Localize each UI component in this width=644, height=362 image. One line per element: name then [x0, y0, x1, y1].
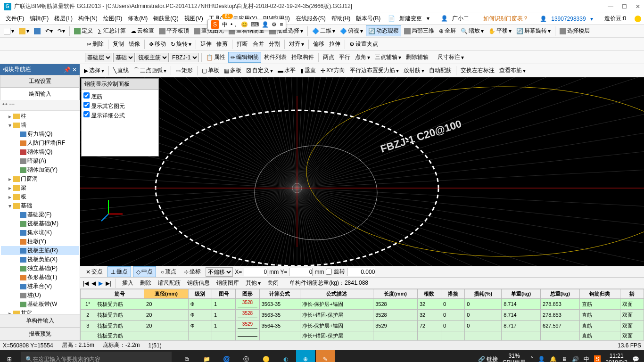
grid-scale-button[interactable]: 缩尺配筋	[156, 278, 182, 288]
mirror-button[interactable]: 镜像	[127, 39, 142, 49]
close-icon[interactable]: ✕	[636, 3, 640, 10]
del-aux-button[interactable]: 删除辅轴	[404, 52, 430, 62]
menu-view[interactable]: 视图(V)	[182, 13, 206, 24]
vert-tool[interactable]: ▮垂直	[298, 66, 318, 75]
tree-item[interactable]: ▸板	[1, 192, 79, 201]
minimize-icon[interactable]: —	[608, 3, 613, 10]
menu-component[interactable]: 构件(N)	[75, 13, 100, 24]
tree-item[interactable]: 独立基础(P)	[1, 264, 79, 273]
menu-version[interactable]: 版本号(B)	[353, 13, 383, 24]
tree-item[interactable]: ▸梁	[1, 183, 79, 192]
tray-person-icon[interactable]: 👤	[538, 356, 545, 362]
tree-item[interactable]: 基础板带(W	[1, 300, 79, 309]
swap-annot-tool[interactable]: 交换左右标注	[459, 66, 496, 75]
move-button[interactable]: ✥移动	[147, 39, 168, 49]
y-input[interactable]	[289, 268, 313, 276]
tray-ime-icon[interactable]: 中	[584, 355, 589, 362]
task-view-icon[interactable]: ⧉	[177, 350, 196, 362]
ime-menu-icon[interactable]: ≡	[280, 21, 283, 28]
grid-play-icon[interactable]: ▶	[99, 280, 103, 287]
drawing-canvas[interactable]: 钢筋显示控制面板 底筋 显示其它图元 显示详细公式	[80, 77, 644, 266]
app-icon-4[interactable]: ⊕	[296, 350, 315, 362]
ime-punct[interactable]: •，	[231, 21, 238, 29]
x-input[interactable]	[244, 268, 267, 276]
snap-coord[interactable]: ⊹ 坐标	[181, 267, 204, 277]
tree-item[interactable]: 桩(U)	[1, 291, 79, 300]
tray-clock[interactable]: 11:212018/9/3	[605, 353, 627, 362]
chk-bottom-bar[interactable]: 底筋	[83, 92, 157, 101]
ime-emoji[interactable]: 😊	[241, 21, 248, 28]
menu-modify[interactable]: 修改(M)	[125, 13, 150, 24]
rect-tool[interactable]: ▭矩形	[173, 66, 195, 75]
ime-bar[interactable]: 81 S 中 •， 😊 ⌨ 👤 ⚙ ≡	[207, 19, 286, 30]
search-box[interactable]: 🔍 在这里输入你要搜索的内容	[21, 352, 172, 362]
tree-item[interactable]: 筏板负筋(X)	[1, 255, 79, 264]
grid-lib-button[interactable]: 钢筋图库	[215, 278, 241, 288]
offset-mode-select[interactable]: 不偏移	[206, 267, 233, 277]
define-button[interactable]: 定义	[72, 26, 95, 36]
single-board-tool[interactable]: ▢单板	[200, 66, 221, 75]
pan-button[interactable]: ✋平移▾	[487, 26, 513, 36]
tree-item[interactable]: 剪力墙(Q)	[1, 130, 79, 139]
tree-item[interactable]: 柱墩(Y)	[1, 237, 79, 246]
grid-next-icon[interactable]: ▶|	[106, 280, 111, 287]
tree-item[interactable]: 砌体墙(Q)	[1, 148, 79, 156]
merge-button[interactable]: 合并	[251, 39, 266, 49]
bird-view-button[interactable]: 🔷俯视▾	[338, 26, 365, 36]
align-button[interactable]: 对齐▾	[287, 39, 306, 49]
floor-select[interactable]: 基础层	[85, 53, 112, 62]
menu-edit[interactable]: 编辑(E)	[27, 13, 51, 24]
tree-item[interactable]: 条形基础(T)	[1, 273, 79, 282]
grid-first-icon[interactable]: |◀	[83, 280, 89, 287]
screen-rotate-button[interactable]: 🔄屏幕旋转▾	[514, 26, 553, 36]
tree-item[interactable]: ▸其它	[1, 309, 79, 314]
zoom-button[interactable]: 🔍缩放▾	[459, 26, 486, 36]
view-rebar-layout-tool[interactable]: 查看布筋▾	[497, 66, 528, 75]
multi-board-tool[interactable]: ▦多板	[222, 66, 243, 75]
line-tool[interactable]: ╲直线	[111, 66, 131, 75]
menu-floor[interactable]: 楼层(L)	[51, 13, 75, 24]
save-button[interactable]	[32, 27, 42, 35]
component-tree[interactable]: ▸柱▾墙剪力墙(Q)人防门框墙(RF砌体墙(Q)暗梁(A)砌体加筋(Y)▸门窗洞…	[0, 111, 80, 314]
sogou-icon[interactable]: S	[211, 20, 219, 29]
app-icon-5[interactable]: ✎	[316, 350, 335, 362]
tree-item[interactable]: 基础梁(F)	[1, 210, 79, 219]
table-row[interactable]: 筏板受力筋 净长+锚固-保护层直筋双面	[81, 331, 644, 341]
pin-icon[interactable]: 📌 ✕	[64, 66, 77, 73]
edit-rebar-button[interactable]: ✏编辑钢筋	[228, 52, 261, 63]
type-select[interactable]: 筏板主筋	[136, 53, 169, 62]
tree-item[interactable]: 桩承台(V)	[1, 282, 79, 291]
tree-item[interactable]: ▾基础	[1, 201, 79, 210]
report-preview-button[interactable]: 报表预览	[0, 327, 80, 340]
trim-button[interactable]: 修剪	[215, 39, 230, 49]
parallel-button[interactable]: 平行	[337, 52, 352, 62]
2d-button[interactable]: 🔷二维▾	[310, 26, 337, 36]
table-row[interactable]: 1*筏板受力筋20Φ1 3528 3563-35净长-保护层+锚固3528320…	[81, 299, 644, 310]
three-aux-button[interactable]: 三点辅轴▾	[373, 52, 403, 62]
select-floor-button[interactable]: 选择楼层	[558, 26, 592, 36]
collapse-icon[interactable]: ⁻⁻	[9, 102, 15, 108]
horiz-tool[interactable]: ▬水平	[276, 66, 297, 75]
grid-delete-button[interactable]: 删除	[138, 278, 153, 288]
snap-perp[interactable]: ⊥ 垂点	[107, 266, 131, 277]
extend-button[interactable]: 延伸	[198, 39, 214, 49]
tree-item[interactable]: ▸门窗洞	[1, 174, 79, 183]
attr-button[interactable]: 📋属性	[204, 52, 227, 62]
tray-display-icon[interactable]: 🖥	[561, 356, 567, 362]
tray-up-icon[interactable]: ˄	[530, 356, 533, 362]
ime-settings-icon[interactable]: ⚙	[272, 21, 277, 28]
set-clip-button[interactable]: ⚙设置夹点	[347, 39, 380, 49]
grid-prev-icon[interactable]: ◀	[91, 280, 96, 287]
table-row[interactable]: 3筏板受力筋20Φ1 3529 3564-35净长-保护层+锚固35297200…	[81, 321, 644, 331]
pick-component-button[interactable]: 拾取构件	[289, 52, 316, 62]
xy-dir-tool[interactable]: ✢XY方向	[319, 66, 347, 75]
tree-item[interactable]: 筏板主筋(R)	[1, 246, 79, 255]
fullscreen-button[interactable]: ⊕全屏	[437, 26, 458, 36]
split-button[interactable]: 分割	[267, 39, 282, 49]
break-button[interactable]: 打断	[235, 39, 250, 49]
snap-intersect[interactable]: ✕ 交点	[83, 267, 106, 277]
auto-rebar-tool[interactable]: 自动配筋	[427, 66, 454, 75]
offset-button[interactable]: 偏移	[311, 39, 326, 49]
new-button[interactable]: ▾	[2, 27, 16, 35]
menu-draw[interactable]: 绘图(D)	[100, 13, 125, 24]
